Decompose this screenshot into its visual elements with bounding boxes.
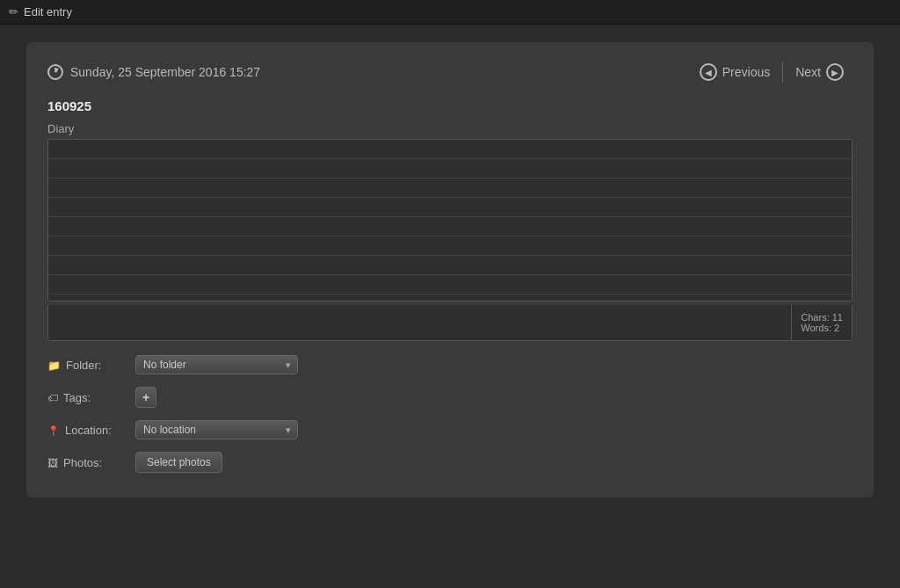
titlebar: ✏ Edit entry — [0, 0, 900, 25]
next-label: Next — [795, 65, 821, 79]
nav-buttons: ◀ Previous Next ▶ — [691, 60, 853, 84]
datetime-text: Sunday, 25 September 2016 15:27 — [70, 65, 260, 79]
location-label: Location: — [47, 424, 127, 437]
clock-icon — [47, 64, 63, 80]
pin-icon — [47, 424, 60, 437]
photos-row: Photos: Select photos — [47, 452, 853, 473]
main-text-area[interactable] — [47, 139, 853, 301]
select-photos-label: Select photos — [147, 456, 211, 468]
add-tag-button[interactable]: + — [135, 387, 156, 408]
tags-label: Tags: — [47, 391, 127, 404]
previous-button[interactable]: ◀ Previous — [691, 60, 779, 84]
entry-card: Sunday, 25 September 2016 15:27 ◀ Previo… — [26, 42, 874, 497]
location-label-text: Location: — [65, 424, 112, 437]
folder-select[interactable]: No folder — [135, 355, 298, 374]
folder-icon — [47, 359, 61, 372]
next-button[interactable]: Next ▶ — [787, 60, 853, 84]
edit-icon: ✏ — [9, 5, 18, 18]
tags-label-text: Tags: — [63, 391, 91, 404]
diary-label: Diary — [47, 122, 853, 135]
tags-row: Tags: + — [47, 387, 853, 408]
fields-section: Folder: No folder Tags: + — [47, 355, 853, 473]
prev-arrow-icon: ◀ — [700, 63, 717, 81]
folder-label-text: Folder: — [66, 359, 101, 372]
nav-divider — [782, 62, 783, 83]
short-text-area[interactable] — [48, 305, 791, 340]
date-time: Sunday, 25 September 2016 15:27 — [47, 64, 260, 80]
word-count-panel: Chars: 11 Words: 2 — [791, 305, 852, 340]
location-row: Location: No location — [47, 420, 853, 439]
photos-label: Photos: — [47, 456, 127, 469]
location-select-wrapper: No location — [135, 420, 298, 439]
entry-id: 160925 — [47, 98, 853, 113]
previous-label: Previous — [722, 65, 770, 79]
next-arrow-icon: ▶ — [826, 63, 844, 81]
bottom-row: Chars: 11 Words: 2 — [47, 305, 853, 341]
location-select[interactable]: No location — [135, 420, 298, 439]
folder-row: Folder: No folder — [47, 355, 853, 374]
select-photos-button[interactable]: Select photos — [135, 452, 222, 473]
photos-label-text: Photos: — [63, 456, 102, 469]
app-title: Edit entry — [24, 5, 72, 18]
folder-select-wrapper: No folder — [135, 355, 298, 374]
card-header: Sunday, 25 September 2016 15:27 ◀ Previo… — [47, 60, 853, 84]
words-count: Words: 2 — [801, 323, 843, 333]
photo-icon — [47, 456, 58, 469]
main-wrapper: Sunday, 25 September 2016 15:27 ◀ Previo… — [0, 25, 900, 515]
tag-icon — [47, 391, 58, 404]
folder-label: Folder: — [47, 359, 127, 372]
chars-count: Chars: 11 — [801, 312, 843, 323]
add-tag-icon: + — [142, 390, 149, 404]
